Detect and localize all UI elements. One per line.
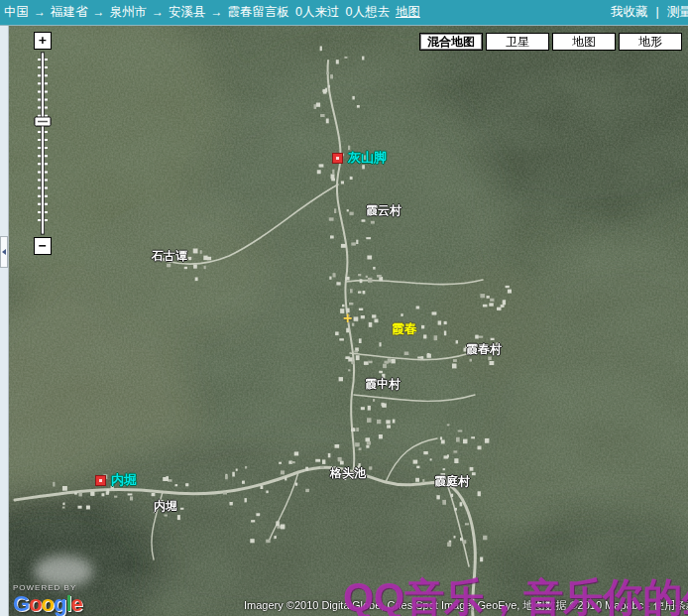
- village-label: 霞庭村: [434, 473, 470, 490]
- breadcrumb-county[interactable]: 安溪县: [169, 5, 206, 19]
- poi-marker-neiku[interactable]: 内堀: [95, 471, 137, 489]
- poi-label: 内堀: [111, 471, 137, 489]
- favorite-link[interactable]: 我收藏: [611, 5, 648, 19]
- zoom-in-button[interactable]: +: [34, 32, 52, 50]
- poi-label: 灰山脚: [348, 149, 387, 167]
- arrow-icon: →: [152, 5, 164, 19]
- want-count: 0人想去: [345, 5, 389, 19]
- map-link[interactable]: 地图: [396, 5, 420, 19]
- qq-music-watermark: QQ音乐，音乐你的生活: [343, 570, 688, 616]
- breadcrumb-country[interactable]: 中国: [4, 5, 29, 19]
- breadcrumb: 中国→福建省→泉州市→安溪县→霞春留言板0人来过0人想去地图: [1, 0, 423, 25]
- breadcrumb-city[interactable]: 泉州市: [110, 5, 148, 19]
- village-label: 石古谭: [152, 248, 187, 265]
- collapse-panel-button[interactable]: [0, 236, 8, 268]
- arrow-icon: →: [93, 5, 105, 19]
- google-logo[interactable]: Google: [13, 591, 82, 616]
- red-marker-icon[interactable]: [95, 475, 106, 486]
- map-type-map[interactable]: 地图: [552, 33, 616, 51]
- map-type-switcher: 混合地图 卫星 地图 地形: [419, 33, 682, 51]
- collapse-arrow-icon: [2, 249, 6, 255]
- visited-count: 0人来过: [295, 5, 339, 19]
- topbar-actions: 我收藏|测量距离: [607, 0, 688, 25]
- map-canvas[interactable]: 混合地图 卫星 地图 地形 + − 霞云村 石古谭 霞春村 霞中村 格头池 霞庭…: [9, 26, 688, 616]
- map-center-cross-icon: +: [343, 309, 352, 327]
- breadcrumb-province[interactable]: 福建省: [51, 5, 88, 19]
- measure-link[interactable]: 测量距离: [667, 5, 688, 19]
- village-label: 霞云村: [366, 202, 401, 219]
- arrow-icon: →: [211, 5, 223, 19]
- center-place-label: 霞春: [392, 320, 417, 338]
- map-page: 中国→福建省→泉州市→安溪县→霞春留言板0人来过0人想去地图 我收藏|测量距离: [0, 0, 688, 616]
- zoom-slider[interactable]: [34, 52, 52, 235]
- village-label: 格头池: [330, 465, 366, 482]
- map-type-hybrid[interactable]: 混合地图: [419, 33, 483, 51]
- red-marker-icon[interactable]: [332, 153, 343, 164]
- google-branding: POWERED BY Google: [13, 584, 82, 615]
- village-label: 霞中村: [365, 376, 401, 393]
- separator: |: [656, 5, 659, 19]
- side-panel-strip: [0, 26, 9, 616]
- village-label: 内堀: [154, 498, 177, 515]
- map-type-satellite[interactable]: 卫星: [486, 33, 549, 51]
- page-title: 霞春留言板: [228, 5, 290, 19]
- arrow-icon: →: [34, 5, 46, 19]
- village-label: 霞春村: [466, 341, 502, 358]
- breadcrumb-bar: 中国→福建省→泉州市→安溪县→霞春留言板0人来过0人想去地图 我收藏|测量距离: [0, 0, 688, 26]
- zoom-out-button[interactable]: −: [34, 237, 52, 255]
- map-type-terrain[interactable]: 地形: [619, 33, 682, 51]
- zoom-control: + −: [34, 32, 52, 255]
- poi-marker-huishanjiao[interactable]: 灰山脚: [332, 149, 387, 167]
